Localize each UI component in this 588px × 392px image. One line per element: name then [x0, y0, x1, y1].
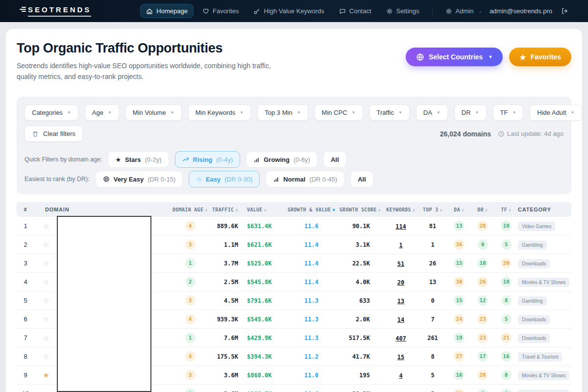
row-tf-badge: 16: [501, 351, 511, 362]
row-score: 517.5K: [340, 335, 384, 341]
domain-privacy-overlay: [57, 216, 151, 392]
row-growth: 11.4: [283, 260, 340, 267]
nav-menu: Homepage Favorites High Value Keywords C…: [140, 4, 488, 18]
filter-dropdown-min-keywords[interactable]: Min Keywords ▼: [188, 105, 251, 121]
chevron-down-icon: ▼: [488, 54, 492, 59]
filter-dropdown-da[interactable]: DA ▼: [416, 105, 448, 121]
column-header-growth-score[interactable]: GROWTH SCORE↕: [340, 207, 384, 212]
favorite-star-icon[interactable]: ☆: [34, 240, 58, 249]
filter-dropdown-min-volume[interactable]: Min Volume ▼: [125, 105, 182, 121]
row-keywords[interactable]: 13: [397, 298, 404, 305]
favorite-star-icon[interactable]: ★: [34, 371, 58, 380]
row-da-badge: 15: [454, 258, 464, 268]
sort-icon: ↕: [413, 208, 416, 212]
admin-email: admin@seotrends.pro: [490, 7, 552, 15]
filter-dropdown-hide-adult[interactable]: Hide Adult ▼: [530, 105, 582, 121]
column-header-keywords[interactable]: KEYWORDS↕: [384, 207, 418, 212]
row-keywords[interactable]: 15: [397, 354, 404, 361]
quick-filter-rising[interactable]: Rising (0-4y): [175, 151, 241, 168]
nav-item-contact[interactable]: Contact: [333, 4, 377, 18]
quick-filters-age-label: Quick Filters by domain age:: [24, 156, 102, 163]
nav-item-settings[interactable]: Settings: [380, 4, 425, 18]
row-tf-badge: 0: [501, 389, 512, 392]
row-keywords[interactable]: 4: [399, 372, 402, 379]
row-value: $791.6K: [244, 297, 283, 304]
row-keywords[interactable]: 1: [399, 242, 402, 249]
filter-dropdown-min-cpc[interactable]: Min CPC ▼: [315, 105, 363, 121]
favorite-star-icon[interactable]: ☆: [34, 222, 58, 231]
nav-item-homepage[interactable]: Homepage: [140, 4, 194, 18]
sort-icon: ↕: [378, 208, 381, 212]
quick-filter-all[interactable]: All: [350, 171, 373, 187]
filter-dropdown-traffic[interactable]: Traffic ▼: [369, 105, 410, 121]
column-header-da[interactable]: DA↕: [447, 207, 471, 212]
row-score: 633: [340, 297, 384, 304]
filter-dropdown-top-3-min[interactable]: Top 3 Min ▼: [257, 105, 308, 121]
row-da-badge: 19: [454, 333, 464, 343]
favorite-star-icon[interactable]: ☆: [34, 352, 58, 361]
row-top3: 5: [418, 372, 447, 379]
row-growth: 11.3: [283, 316, 340, 323]
row-keywords[interactable]: 114: [395, 223, 406, 230]
row-rank: 3: [17, 260, 34, 267]
quick-filter-easy[interactable]: ☆ Easy (DR 0-30): [189, 171, 260, 187]
row-growth: 11.3: [283, 297, 340, 304]
column-header-traffic[interactable]: TRAFFIC↕: [210, 207, 244, 212]
star-outline-icon: ☆: [196, 176, 202, 183]
quick-filter-very-easy[interactable]: Very Easy (DR 0-15): [96, 171, 183, 187]
column-header-domain-age[interactable]: DOMAIN AGE↕: [171, 207, 210, 212]
row-dr-badge: 0: [478, 239, 488, 250]
select-countries-button[interactable]: Select Countries ▼: [406, 48, 503, 66]
row-tf-badge: 21: [501, 333, 511, 343]
domain-age-badge: 3: [185, 295, 196, 306]
row-da-badge: 16: [454, 370, 464, 380]
column-header-top-3[interactable]: TOP 3↕: [418, 207, 447, 212]
column-header-tf[interactable]: TF↕: [494, 207, 518, 212]
favorite-star-icon[interactable]: ☆: [34, 296, 58, 305]
column-header-dr[interactable]: DR↕: [471, 207, 494, 212]
favorite-star-icon[interactable]: ☆: [34, 278, 58, 287]
column-header-value[interactable]: VALUE↕: [244, 207, 283, 212]
favorite-star-icon[interactable]: ☆: [34, 390, 58, 392]
clear-filters-button[interactable]: Clear filters: [24, 126, 83, 142]
row-da-badge: 30: [454, 277, 464, 287]
quick-filter-stars[interactable]: ★ Stars (0-2y): [108, 151, 169, 168]
nav-item-favorites[interactable]: Favorites: [196, 4, 245, 18]
favorite-star-icon[interactable]: ☆: [34, 259, 58, 268]
row-keywords[interactable]: 407: [395, 335, 406, 342]
filter-dropdown-age[interactable]: Age ▼: [85, 105, 119, 121]
favorite-star-icon[interactable]: ☆: [34, 334, 58, 342]
favorite-star-icon[interactable]: ☆: [34, 315, 58, 324]
row-keywords[interactable]: 14: [397, 316, 404, 323]
row-traffic: 175.5K: [210, 353, 244, 360]
favorites-button[interactable]: ★ Favorites: [509, 48, 571, 66]
row-tf-badge: 5: [501, 239, 512, 250]
row-tf-badge: 10: [501, 277, 511, 287]
filter-dropdown-categories[interactable]: Categories ▼: [24, 105, 78, 121]
column-header-category: CATEGORY: [518, 207, 571, 212]
nav-item-high-value-keywords[interactable]: High Value Keywords: [247, 4, 330, 18]
logo[interactable]: SEOTRENDS: [20, 5, 91, 17]
quick-filter-all[interactable]: All: [323, 151, 346, 168]
nav-item-admin[interactable]: Admin ⌄: [440, 4, 488, 18]
category-pill: Downloads: [518, 259, 550, 268]
row-keywords[interactable]: 20: [397, 279, 404, 286]
row-keywords[interactable]: 51: [397, 261, 404, 267]
filter-dropdown-tf[interactable]: TF ▼: [493, 105, 524, 121]
row-top3: 1: [418, 241, 447, 248]
logo-speed-lines-icon: [20, 6, 26, 12]
row-tf-badge: 20: [501, 258, 511, 268]
page-title: Top Organic Traffic Opportunities: [17, 41, 289, 56]
quick-filter-growing[interactable]: Growing (0-6y): [246, 151, 318, 168]
domains-count: 26,024 domains: [440, 130, 491, 138]
bar-chart-icon: [273, 176, 279, 183]
row-traffic: 7.6M: [210, 335, 244, 341]
quick-filter-normal[interactable]: Normal (DR 0-45): [266, 171, 344, 187]
row-score: 90.1K: [340, 223, 384, 230]
filter-dropdown-dr[interactable]: DR ▼: [454, 105, 487, 121]
logout-icon[interactable]: [561, 7, 568, 15]
row-da-badge: 27: [454, 351, 464, 362]
column-header-growth-value[interactable]: GROWTH & VALUE▼: [283, 207, 340, 212]
row-score: 41.7K: [340, 353, 384, 360]
chat-icon: [339, 8, 346, 15]
